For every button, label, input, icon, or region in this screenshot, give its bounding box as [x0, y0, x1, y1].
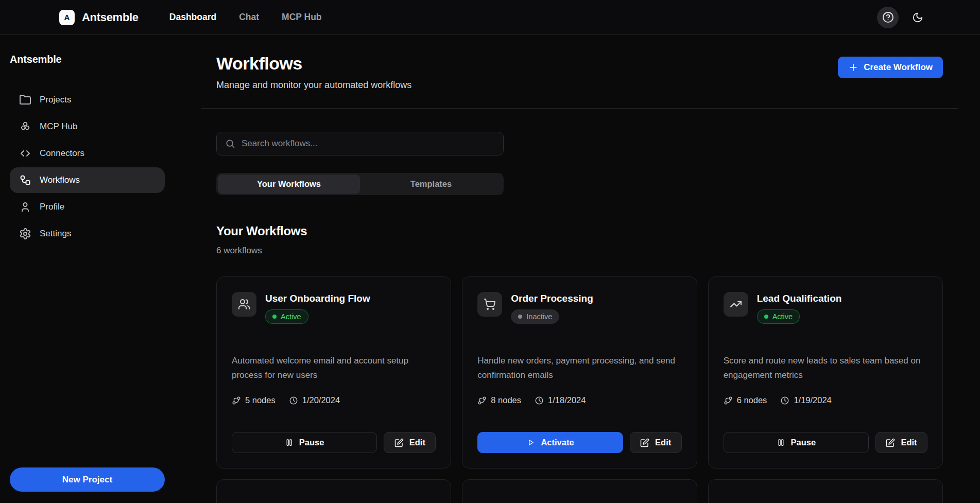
status-dot-icon: [272, 315, 277, 319]
topnav-dashboard[interactable]: Dashboard: [169, 12, 216, 23]
status-badge: Inactive: [511, 309, 559, 324]
sidebar: Antsemble Projects MCP Hub Connectors: [0, 35, 170, 503]
workflow-card: User Onboarding Flow Active Automated we…: [216, 276, 451, 469]
clock-icon: [289, 396, 298, 405]
users-icon: [238, 298, 250, 310]
edit-icon: [886, 438, 895, 447]
search-icon: [225, 138, 235, 149]
workflow-icon-box: [724, 292, 748, 317]
page-title: Workflows: [216, 54, 411, 74]
sidebar-item-label: Profile: [40, 202, 64, 212]
status-dot-icon: [764, 315, 768, 319]
clock-icon: [780, 396, 789, 405]
new-project-button[interactable]: New Project: [10, 467, 165, 492]
node-count: 6 nodes: [737, 395, 767, 405]
edit-icon: [640, 438, 649, 447]
workflow-title: Lead Qualification: [757, 293, 842, 304]
topbar-actions: [877, 7, 929, 28]
moon-icon: [912, 12, 923, 23]
clock-icon: [535, 396, 544, 405]
node-count: 5 nodes: [245, 395, 276, 405]
play-icon: [526, 438, 535, 447]
modules-icon: [19, 120, 31, 133]
sidebar-brand: Antsemble: [10, 54, 165, 65]
header-divider: [201, 108, 958, 109]
search-input[interactable]: [242, 138, 495, 149]
sidebar-item-settings[interactable]: Settings: [10, 221, 165, 247]
status-dot-icon: [518, 315, 522, 319]
activate-button[interactable]: Activate: [477, 432, 623, 453]
sidebar-navigation: Projects MCP Hub Connectors Workflows: [10, 87, 165, 247]
edit-icon: [394, 438, 404, 447]
status-badge: Active: [757, 309, 800, 324]
workflow-meta: 5 nodes 1/20/2024: [232, 395, 436, 405]
workflow-search: [216, 132, 504, 155]
sidebar-item-workflows[interactable]: Workflows: [10, 167, 165, 193]
sidebar-item-mcp-hub[interactable]: MCP Hub: [10, 114, 165, 140]
topnav-chat[interactable]: Chat: [239, 12, 259, 23]
top-navigation: Dashboard Chat MCP Hub: [169, 12, 322, 23]
workflow-icon-box: [232, 292, 256, 317]
plus-icon: [848, 62, 858, 73]
topnav-mcp-hub[interactable]: MCP Hub: [282, 12, 321, 23]
help-button[interactable]: [877, 7, 899, 28]
workflow-card: Order Processing Inactive Handle new ord…: [462, 276, 697, 469]
page-header: Workflows Manage and monitor your automa…: [216, 54, 943, 91]
workflow-card: Lead Qualification Active Score and rout…: [708, 276, 943, 469]
sidebar-item-projects[interactable]: Projects: [10, 87, 165, 113]
status-badge: Active: [265, 309, 308, 324]
workflow-card: [216, 479, 451, 503]
shopping-cart-icon: [484, 298, 496, 310]
workflow-description: Automated welcome email and account setu…: [232, 354, 436, 382]
workflow-date: 1/19/2024: [794, 395, 831, 405]
nodes-icon: [232, 396, 241, 405]
create-workflow-button[interactable]: Create Workflow: [838, 57, 943, 78]
nodes-icon: [724, 396, 733, 405]
edit-button[interactable]: Edit: [630, 432, 682, 453]
workflow-meta: 8 nodes 1/18/2024: [477, 395, 681, 405]
code-icon: [19, 147, 31, 160]
topbar: A Antsemble Dashboard Chat MCP Hub: [0, 0, 980, 35]
sidebar-item-label: Workflows: [40, 175, 80, 185]
workflow-title: Order Processing: [511, 293, 593, 304]
trending-up-icon: [730, 298, 742, 310]
workflow-cards-grid-row2: [216, 479, 943, 503]
workflow-description: Score and route new leads to sales team …: [724, 354, 927, 382]
logo-letter: A: [64, 13, 70, 22]
create-workflow-label: Create Workflow: [864, 62, 933, 73]
workflow-icon-box: [477, 292, 502, 317]
user-icon: [19, 201, 31, 213]
page-subtitle: Manage and monitor your automated workfl…: [216, 80, 411, 91]
node-count: 8 nodes: [491, 395, 521, 405]
sidebar-item-profile[interactable]: Profile: [10, 194, 165, 220]
sidebar-item-connectors[interactable]: Connectors: [10, 141, 165, 166]
workflow-tabs: Your Workflows Templates: [216, 173, 504, 195]
workflow-card: [708, 479, 943, 503]
edit-button[interactable]: Edit: [875, 432, 927, 453]
pause-icon: [285, 438, 294, 447]
tab-your-workflows[interactable]: Your Workflows: [218, 175, 360, 194]
help-icon: [882, 11, 894, 23]
workflow-description: Handle new orders, payment processing, a…: [477, 354, 681, 382]
workflow-meta: 6 nodes 1/19/2024: [724, 395, 927, 405]
sidebar-item-label: Projects: [40, 95, 71, 105]
section-title: Your Workflows: [216, 224, 943, 238]
tab-templates[interactable]: Templates: [360, 175, 502, 194]
workflow-count: 6 workflows: [216, 246, 943, 256]
pause-button[interactable]: Pause: [232, 432, 377, 453]
sidebar-item-label: Connectors: [40, 148, 84, 159]
pause-icon: [777, 438, 785, 447]
workflow-date: 1/20/2024: [302, 395, 340, 405]
pause-button[interactable]: Pause: [724, 432, 869, 453]
brand-name: Antsemble: [82, 11, 139, 24]
edit-button[interactable]: Edit: [384, 432, 436, 453]
workflow-icon: [19, 174, 31, 186]
workflow-title: User Onboarding Flow: [265, 293, 370, 304]
sidebar-item-label: MCP Hub: [40, 122, 77, 132]
app-logo: A: [59, 10, 75, 25]
main-content: Workflows Manage and monitor your automa…: [170, 35, 980, 503]
sidebar-item-label: Settings: [40, 229, 71, 239]
nodes-icon: [477, 396, 487, 405]
theme-toggle-button[interactable]: [907, 7, 929, 28]
workflow-cards-grid: User Onboarding Flow Active Automated we…: [216, 276, 943, 469]
